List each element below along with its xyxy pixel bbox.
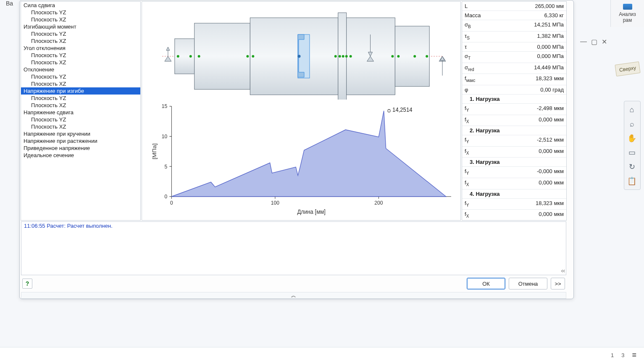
maximize-icon[interactable]: ▢ [591, 38, 597, 46]
tree-item[interactable]: Плоскость XZ [21, 80, 140, 87]
results-table: L265,000 ммМасса6,330 кгσB14,251 МПаτS1,… [462, 1, 567, 221]
results-row: fX0,000 мкм [462, 115, 566, 126]
tree-item[interactable]: Отклонение [21, 66, 140, 73]
svg-point-19 [397, 55, 400, 58]
results-row: fмакс18,323 мкм [462, 74, 566, 85]
svg-text:15: 15 [162, 103, 167, 110]
tree-item[interactable]: Идеальное сечение [21, 152, 140, 159]
tree-item[interactable]: Плоскость YZ [21, 95, 140, 102]
results-section-header: 1. Нагрузка [462, 95, 566, 104]
viewcube-top-label[interactable]: Сверху [615, 61, 640, 76]
svg-point-9 [189, 55, 192, 58]
menu-icon[interactable]: ≡ [632, 351, 636, 360]
collapse-handle[interactable]: ︽ [21, 292, 566, 299]
tree-item[interactable]: Плоскость XZ [21, 37, 140, 45]
ribbon-label-line1: Анализ [619, 11, 636, 17]
dialog-button-bar: ? ОК Отмена >> [20, 275, 568, 292]
tree-item[interactable]: Плоскость XZ [21, 16, 140, 23]
svg-point-20 [413, 55, 416, 58]
results-row: fY-2,498 мкм [462, 104, 566, 115]
log-line: 11:06:55 Расчет: Расчет выполнен. [24, 223, 113, 229]
svg-text:0: 0 [170, 200, 173, 206]
tree-item[interactable]: Угол отклонения [21, 45, 140, 52]
tree-item[interactable]: Плоскость YZ [21, 30, 140, 37]
svg-point-10 [198, 55, 200, 58]
svg-text:5: 5 [165, 163, 168, 170]
bending-stress-chart: 0510150100200Длина [мм][МПа]14,2514 [150, 102, 455, 217]
tree-item[interactable]: Напряжение при кручении [21, 130, 140, 137]
svg-rect-2 [195, 23, 250, 89]
results-row: fY-2,512 мкм [462, 135, 566, 147]
results-row: L265,000 мм [462, 2, 566, 11]
page-current: 1 [611, 352, 614, 358]
results-section-header: 2. Нагрузка [462, 126, 566, 135]
window-controls: — ▢ ✕ [580, 38, 607, 46]
pan-icon[interactable]: ✋ [625, 132, 639, 145]
results-row: fX0,000 мкм [462, 147, 566, 158]
results-section-header: 3. Нагрузка [462, 158, 566, 167]
center-panel: 0510150100200Длина [мм][МПа]14,2514 [142, 1, 461, 221]
zoom-icon[interactable]: ⌕ [625, 117, 639, 131]
results-row: fY18,323 мкм [462, 199, 566, 210]
scroll-right-icon[interactable]: ‹‹ [561, 267, 565, 274]
result-type-tree[interactable]: Сила сдвигаПлоскость YZПлоскость XZИзгиб… [21, 1, 141, 221]
tree-item[interactable]: Плоскость YZ [21, 9, 140, 16]
results-row: fX0,000 мкм [462, 178, 566, 189]
tree-item[interactable]: Плоскость YZ [21, 116, 140, 123]
svg-rect-3 [250, 18, 338, 95]
help-button[interactable]: ? [22, 279, 32, 289]
svg-rect-6 [395, 26, 429, 87]
clipboard-icon[interactable]: 📋 [625, 174, 639, 188]
tree-item[interactable]: Напряжение при растяжении [21, 137, 140, 145]
svg-point-14 [339, 55, 341, 58]
ok-button[interactable]: ОК [467, 278, 505, 289]
svg-text:200: 200 [374, 200, 383, 206]
results-row: σB14,251 МПа [462, 20, 566, 32]
tree-item[interactable]: Приведенное напряжение [21, 145, 140, 152]
look-at-icon[interactable]: ▭ [625, 146, 639, 159]
svg-point-8 [177, 55, 179, 58]
results-section-header: 4. Нагрузка [462, 189, 566, 199]
svg-text:14,2514: 14,2514 [392, 106, 413, 113]
svg-text:10: 10 [162, 134, 167, 140]
close-icon[interactable]: ✕ [602, 38, 607, 46]
results-row: τ0,000 МПа [462, 42, 566, 52]
ribbon-frame-analysis[interactable]: Анализ рам [610, 0, 644, 27]
tree-item[interactable]: Сила сдвига [21, 2, 140, 9]
svg-text:[МПа]: [МПа] [152, 143, 158, 159]
home-icon[interactable]: ⌂ [625, 103, 639, 116]
more-button[interactable]: >> [551, 278, 565, 289]
minimize-icon[interactable]: — [580, 38, 587, 46]
cancel-button[interactable]: Отмена [509, 278, 547, 289]
results-row: Масса6,330 кг [462, 11, 566, 20]
tree-item[interactable]: Напряжение сдвига [21, 109, 140, 116]
nav-tool-strip: ⌂ ⌕ ✋ ▭ ↻ 📋 [624, 101, 641, 190]
shaft-diagram [150, 5, 452, 100]
svg-point-50 [388, 109, 390, 112]
tree-item[interactable]: Напряжение при изгибе [21, 87, 140, 95]
svg-point-15 [342, 55, 344, 58]
results-row: φ0,00 град [462, 85, 566, 95]
results-row: σred14,449 МПа [462, 63, 566, 74]
svg-point-21 [426, 55, 428, 58]
tree-item[interactable]: Изгибающий момент [21, 23, 140, 30]
tree-item[interactable]: Плоскость XZ [21, 102, 140, 109]
tree-item[interactable]: Плоскость XZ [21, 59, 140, 66]
tree-item[interactable]: Плоскость YZ [21, 73, 140, 80]
ribbon-label-line2: рам [623, 17, 632, 23]
svg-text:0: 0 [165, 194, 168, 200]
orbit-icon[interactable]: ↻ [625, 160, 639, 174]
calculation-log: 11:06:55 Расчет: Расчет выполнен. ‹‹ [21, 221, 566, 275]
results-row: σT0,000 МПа [462, 52, 566, 63]
page-total: 3 [621, 352, 624, 358]
status-bar: 1 3 ≡ [0, 347, 644, 363]
tree-item[interactable]: Плоскость XZ [21, 123, 140, 130]
svg-rect-5 [347, 18, 395, 95]
svg-text:Длина [мм]: Длина [мм] [297, 209, 326, 216]
results-row: fY-0,000 мкм [462, 167, 566, 178]
shaft-calc-dialog: Сила сдвигаПлоскость YZПлоскость XZИзгиб… [19, 0, 574, 299]
tree-item[interactable]: Плоскость YZ [21, 52, 140, 59]
svg-point-13 [334, 55, 337, 58]
results-row: fX0,000 мкм [462, 210, 566, 221]
svg-marker-23 [165, 56, 171, 61]
